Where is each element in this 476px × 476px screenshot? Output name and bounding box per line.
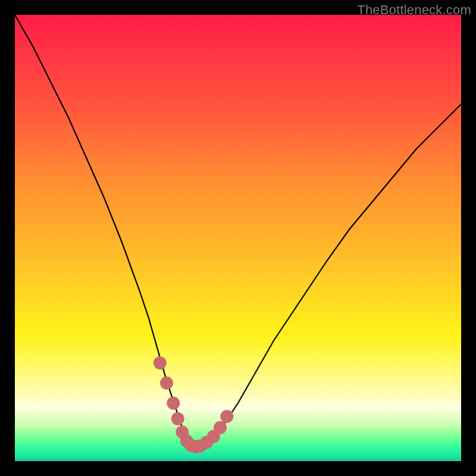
curve-marker	[167, 397, 180, 410]
watermark-text: TheBottleneck.com	[357, 2, 471, 18]
curve-marker	[160, 377, 173, 390]
curve-marker	[214, 421, 227, 434]
curve-marker	[220, 410, 233, 423]
curve-marker	[171, 412, 184, 425]
bottleneck-curve	[15, 15, 461, 448]
curve-group	[15, 15, 461, 448]
marker-group	[154, 356, 234, 453]
chart-frame	[15, 15, 461, 461]
curve-marker	[154, 356, 167, 369]
chart-svg	[15, 15, 461, 461]
